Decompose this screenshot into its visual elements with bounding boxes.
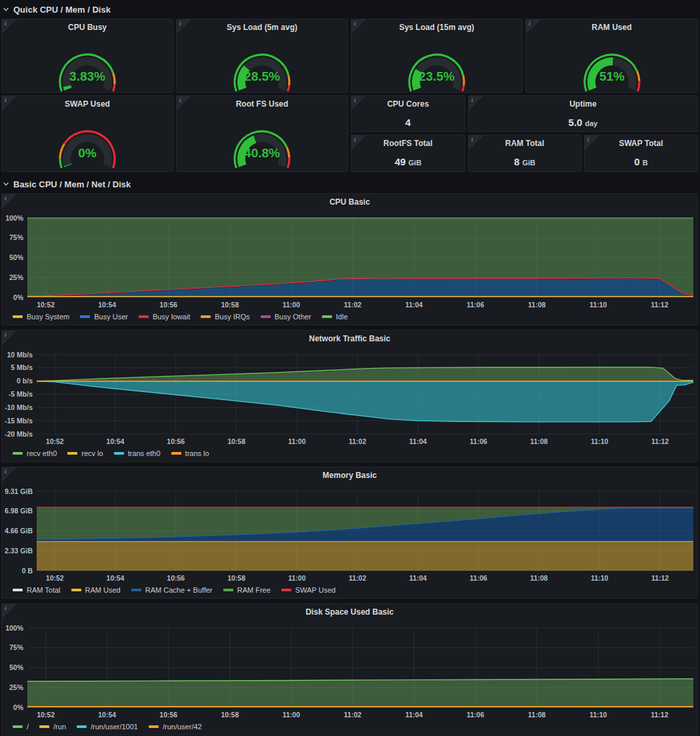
legend-item-recv-lo[interactable]: recv lo: [67, 449, 103, 457]
y-tick-label: 2.33 GiB: [5, 547, 33, 555]
x-tick-label: 10:54: [98, 711, 116, 719]
x-tick-label: 11:00: [283, 711, 300, 719]
stat-number: 5.0: [569, 117, 583, 128]
x-tick-label: 11:10: [589, 301, 607, 309]
x-tick-label: 11:04: [409, 437, 427, 445]
legend-item-trans-eth0[interactable]: trans eth0: [114, 449, 161, 457]
stat-unit: GiB: [409, 159, 422, 167]
chart-plot: 0%25%50%75%100%10:5210:5410:5610:5811:00…: [2, 194, 697, 325]
chevron-down-icon: [3, 6, 9, 13]
chart-plot: 10 Mb/s5 Mb/s0 b/s-5 Mb/s-10 Mb/s-15 Mb/…: [2, 331, 697, 461]
y-tick-label: 25%: [9, 683, 24, 691]
gauge-threshold-arc: [637, 71, 639, 81]
stat-value: 5.0day: [469, 117, 697, 128]
legend-label: RAM Used: [85, 586, 121, 594]
x-tick-label: 10:56: [159, 301, 177, 309]
legend-item-ram-cache-buffer[interactable]: RAM Cache + Buffer: [131, 586, 213, 594]
legend-item-busy-user[interactable]: Busy User: [80, 313, 128, 321]
y-tick-label: 4.66 GiB: [5, 527, 33, 535]
gauge: 23.5%: [351, 33, 522, 93]
legend-item-x[interactable]: /: [13, 723, 29, 731]
chart-legend: recv eth0recv lotrans eth0trans lo: [13, 449, 209, 457]
panel-root-fs-used: iRoot FS Used40.8%: [176, 95, 348, 172]
legend-item-recv-eth0[interactable]: recv eth0: [13, 449, 57, 457]
legend-label: trans eth0: [128, 449, 161, 457]
gauge-threshold-arc: [288, 158, 289, 168]
panel-title[interactable]: RootFS Total: [351, 139, 465, 148]
legend-swatch-icon: [139, 315, 149, 318]
panel-title[interactable]: SWAP Used: [2, 99, 173, 109]
gauge-threshold-arc: [463, 85, 464, 91]
panel-title[interactable]: RAM Total: [469, 139, 581, 148]
stat-number: 4: [405, 117, 411, 128]
x-tick-label: 11:08: [530, 574, 547, 582]
x-tick-label: 11:12: [651, 711, 668, 719]
series-area-root-fs: [27, 679, 693, 707]
x-tick-label: 11:06: [467, 711, 484, 719]
x-tick-label: 11:00: [288, 574, 305, 582]
x-tick-label: 10:52: [37, 301, 55, 309]
gauge-svg: 40.8%: [209, 109, 315, 169]
legend-label: /run/user/42: [163, 723, 202, 731]
x-tick-label: 11:08: [528, 711, 545, 719]
legend-swatch-icon: [71, 589, 81, 591]
legend-item-run-user-1001[interactable]: /run/user/1001: [77, 723, 138, 731]
series-area-ram-used: [37, 541, 693, 571]
gauge: 0%: [2, 109, 173, 169]
chart-legend: Busy SystemBusy UserBusy IowaitBusy IRQs…: [13, 313, 348, 321]
legend-item-busy-system[interactable]: Busy System: [13, 313, 69, 321]
section-header-basic-cpu-mem-net-disk[interactable]: Basic CPU / Mem / Net / Disk: [3, 176, 131, 192]
x-tick-label: 11:10: [591, 437, 608, 445]
stat-value: 49GiB: [351, 156, 465, 167]
gauge-value-text: 40.8%: [244, 146, 280, 160]
legend-label: Busy System: [27, 313, 69, 321]
legend-item-busy-irqs[interactable]: Busy IRQs: [201, 313, 250, 321]
legend-item-swap-used[interactable]: SWAP Used: [281, 586, 336, 594]
panel-title[interactable]: Root FS Used: [177, 99, 347, 109]
legend-item-ram-total[interactable]: RAM Total: [13, 586, 61, 594]
x-tick-label: 10:56: [167, 574, 185, 582]
gauge-threshold-arc: [288, 85, 289, 91]
legend-item-busy-iowait[interactable]: Busy Iowait: [139, 313, 190, 321]
x-tick-label: 10:58: [227, 574, 245, 582]
panel-rootfs-total: iRootFS Total49GiB: [351, 135, 465, 172]
x-tick-label: 11:02: [344, 711, 361, 719]
legend-item-run-user-42[interactable]: /run/user/42: [149, 723, 202, 731]
legend-item-ram-used[interactable]: RAM Used: [71, 586, 121, 594]
legend-label: recv lo: [81, 449, 103, 457]
x-tick-label: 11:00: [283, 301, 300, 309]
panel-title[interactable]: CPU Busy: [2, 23, 173, 32]
legend-item-ram-free[interactable]: RAM Free: [223, 586, 271, 594]
legend-item-trans-lo[interactable]: trans lo: [171, 449, 209, 457]
legend-item-run[interactable]: /run: [39, 723, 66, 731]
chart-plot: 0%25%50%75%100%10:5210:5410:5610:5811:00…: [2, 604, 697, 735]
series-area-trans-eth0: [37, 381, 693, 422]
gauge: 40.8%: [177, 109, 347, 169]
panel-title[interactable]: Sys Load (5m avg): [177, 23, 347, 32]
series-area-recv-eth0: [37, 367, 693, 381]
panel-title[interactable]: CPU Cores: [351, 99, 465, 109]
panel-title[interactable]: RAM Used: [526, 23, 697, 32]
gauge-svg: 23.5%: [383, 33, 490, 93]
panel-title[interactable]: SWAP Total: [585, 139, 697, 148]
panel-title[interactable]: Sys Load (15m avg): [351, 23, 522, 32]
legend-swatch-icon: [281, 589, 291, 591]
legend-item-busy-other[interactable]: Busy Other: [261, 313, 311, 321]
legend-swatch-icon: [201, 315, 211, 318]
legend-label: Idle: [336, 313, 348, 321]
stat-number: 0: [634, 156, 639, 167]
panel-sys-load-5m-avg: iSys Load (5m avg)28.5%: [176, 19, 348, 93]
gauge-svg: 0%: [34, 109, 141, 169]
section-header-quick-cpu-mem-disk[interactable]: Quick CPU / Mem / Disk: [3, 1, 111, 17]
legend-item-idle[interactable]: Idle: [322, 313, 348, 321]
y-tick-label: 75%: [9, 643, 24, 651]
legend-label: /: [27, 723, 29, 731]
gauge-threshold-arc: [113, 73, 115, 84]
gauge-threshold-arc: [637, 81, 639, 91]
legend-swatch-icon: [149, 725, 159, 728]
y-tick-label: 6.98 GiB: [5, 507, 33, 515]
panel-ram-total: iRAM Total8GiB: [468, 135, 581, 172]
x-tick-label: 11:06: [470, 437, 487, 445]
panel-title[interactable]: Uptime: [469, 99, 697, 109]
legend-label: Busy User: [94, 313, 128, 321]
